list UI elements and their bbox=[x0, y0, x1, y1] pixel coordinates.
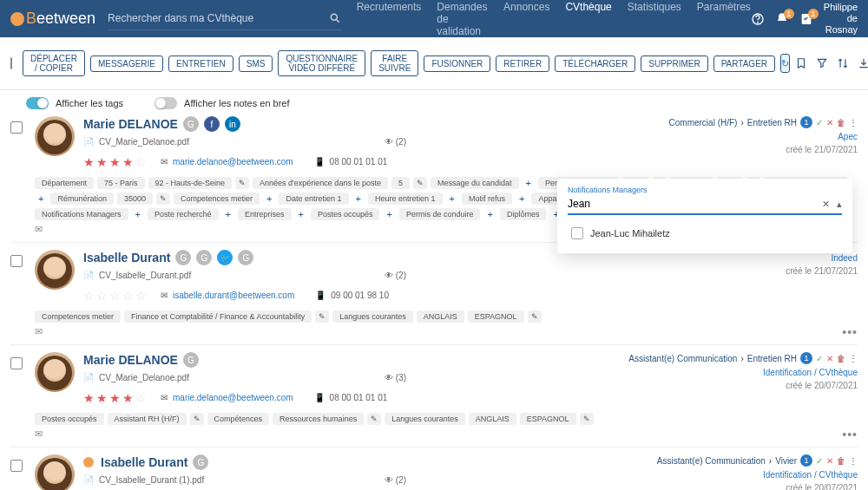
mail-outline-icon[interactable]: ✉ bbox=[10, 428, 43, 440]
edit-tag-icon[interactable]: ✎ bbox=[413, 177, 427, 189]
edit-tag-icon[interactable]: ✎ bbox=[580, 413, 594, 425]
email-link[interactable]: marie.delanoe@beetween.com bbox=[173, 157, 293, 167]
search-input[interactable]: Rechercher dans ma CVthèque bbox=[108, 7, 341, 30]
stage-link[interactable]: Entretien RH bbox=[747, 354, 797, 363]
tag-chip[interactable]: Permis de conduire bbox=[399, 208, 481, 220]
tag-chip[interactable]: Ressources humaines bbox=[273, 413, 364, 425]
job-link[interactable]: Commercial (H/F) bbox=[669, 118, 738, 127]
more-icon[interactable]: ⋮ bbox=[849, 354, 858, 363]
candidate-name[interactable]: Isabelle Durant bbox=[101, 455, 187, 469]
tag-chip[interactable]: ESPAGNOL bbox=[468, 310, 524, 323]
nav-recrutements[interactable]: Recrutements bbox=[357, 0, 422, 48]
accept-icon[interactable]: ✓ bbox=[816, 456, 823, 466]
facebook-icon[interactable]: f bbox=[204, 116, 220, 132]
row-checkbox[interactable] bbox=[10, 255, 23, 267]
tag-chip[interactable]: Motif refus bbox=[462, 193, 512, 205]
tag-chip[interactable]: Assistant RH (H/F) bbox=[108, 413, 187, 425]
btn-suivre[interactable]: FAIRE SUIVRE bbox=[371, 50, 418, 76]
btn-retirer[interactable]: RETIRER bbox=[496, 56, 549, 72]
btn-entretien[interactable]: ENTRETIEN bbox=[168, 56, 233, 72]
logo[interactable]: Beetween bbox=[10, 10, 95, 28]
tag-chip[interactable]: Langues courantes bbox=[385, 413, 465, 425]
tag-chip[interactable]: 75 - Paris bbox=[97, 177, 145, 189]
nav-cvtheque[interactable]: CVthèque bbox=[565, 0, 611, 48]
row-checkbox[interactable] bbox=[10, 121, 23, 134]
tag-chip[interactable]: Années d'expérience dans le poste bbox=[253, 177, 388, 189]
tag-chip[interactable]: Date entretien 1 bbox=[279, 193, 348, 205]
tag-chip[interactable]: Rémunération bbox=[50, 193, 114, 205]
add-tag-icon[interactable]: + bbox=[516, 193, 528, 204]
btn-video[interactable]: QUESTIONNAIRE VIDÉO DIFFÉRÉ bbox=[278, 50, 365, 76]
social-icon[interactable]: G bbox=[175, 250, 191, 265]
help-icon[interactable] bbox=[751, 12, 765, 26]
btn-deplacer[interactable]: DÉPLACER / COPIER bbox=[23, 50, 85, 76]
btn-supprimer[interactable]: SUPPRIMER bbox=[641, 56, 707, 72]
tag-chip[interactable]: Heure entretien 1 bbox=[368, 193, 443, 205]
stage-link[interactable]: Entretien RH bbox=[747, 118, 797, 127]
tag-chip[interactable]: Competences metier bbox=[174, 193, 260, 205]
tag-chip[interactable]: ANGLAIS bbox=[417, 310, 464, 323]
linkedin-icon[interactable]: in bbox=[225, 116, 240, 132]
clear-icon[interactable]: ✕ bbox=[822, 199, 830, 210]
source-link[interactable]: Identification / CVthèque bbox=[628, 368, 858, 377]
add-tag-icon[interactable]: + bbox=[132, 209, 144, 219]
nav-annonces[interactable]: Annonces bbox=[503, 0, 549, 48]
mail-outline-icon[interactable]: ✉ bbox=[10, 224, 43, 235]
add-tag-icon[interactable]: + bbox=[222, 209, 234, 219]
social-icon[interactable]: G bbox=[196, 250, 212, 265]
nav-stats[interactable]: Statistiques bbox=[628, 0, 681, 48]
dropdown-input[interactable] bbox=[568, 198, 822, 210]
accept-icon[interactable]: ✓ bbox=[816, 354, 823, 363]
delete-icon[interactable]: 🗑 bbox=[837, 456, 845, 466]
row-checkbox[interactable] bbox=[10, 357, 23, 369]
add-tag-icon[interactable]: + bbox=[352, 193, 365, 204]
email-link[interactable]: marie.delanoe@beetween.com bbox=[173, 393, 293, 402]
tag-chip[interactable]: 5 bbox=[391, 177, 410, 189]
btn-fusionner[interactable]: FUSIONNER bbox=[424, 56, 490, 72]
delete-icon[interactable]: 🗑 bbox=[837, 118, 845, 127]
tag-chip[interactable]: Message du candidat bbox=[431, 177, 519, 189]
tag-chip[interactable]: Postes occupés bbox=[35, 413, 104, 425]
add-tag-icon[interactable]: + bbox=[446, 193, 458, 204]
star-rating[interactable]: ★★★★☆ bbox=[83, 155, 147, 169]
candidate-name[interactable]: Isabelle Durant bbox=[83, 251, 170, 265]
tag-chip[interactable]: Competences metier bbox=[35, 310, 121, 323]
tag-chip[interactable]: Département bbox=[35, 177, 94, 189]
cv-filename[interactable]: CV_Marie_Delanoe.pdf bbox=[99, 137, 189, 147]
dropdown-option[interactable]: Jean-Luc Mihailetz bbox=[568, 220, 842, 246]
cv-filename[interactable]: CV_Marie_Delanoe.pdf bbox=[99, 373, 189, 382]
social-icon[interactable]: G bbox=[183, 352, 199, 368]
avatar[interactable] bbox=[35, 352, 75, 392]
tag-chip[interactable]: Langues courantes bbox=[332, 310, 413, 323]
accept-icon[interactable]: ✓ bbox=[816, 118, 823, 127]
avatar[interactable] bbox=[35, 250, 75, 290]
source-link[interactable]: Indeed bbox=[786, 253, 858, 263]
twitter-icon[interactable]: 🐦 bbox=[217, 250, 233, 265]
toggle-tags[interactable] bbox=[26, 97, 49, 109]
tag-chip[interactable]: Notifications Managers bbox=[35, 208, 128, 220]
sort-icon[interactable] bbox=[837, 57, 849, 69]
tag-chip[interactable]: Diplômes bbox=[500, 208, 547, 220]
filter-icon[interactable] bbox=[816, 57, 828, 69]
edit-tag-icon[interactable]: ✎ bbox=[367, 413, 381, 425]
more-icon[interactable]: ⋮ bbox=[849, 456, 858, 466]
tag-chip[interactable]: Compétences bbox=[207, 413, 270, 425]
tag-chip[interactable]: ESPAGNOL bbox=[520, 413, 576, 425]
star-rating[interactable]: ★★★★☆ bbox=[83, 391, 147, 405]
job-link[interactable]: Assistant(e) Communication bbox=[628, 354, 737, 363]
toggle-notes[interactable] bbox=[155, 97, 177, 109]
reject-icon[interactable]: ✕ bbox=[826, 354, 833, 363]
user-menu[interactable]: Philippe de Rosnay bbox=[824, 2, 858, 36]
add-tag-icon[interactable]: + bbox=[295, 209, 307, 219]
tag-chip[interactable]: Entreprises bbox=[238, 208, 292, 220]
star-rating[interactable]: ☆☆☆☆☆ bbox=[83, 289, 147, 303]
bookmark-icon[interactable] bbox=[795, 57, 807, 69]
download-icon[interactable] bbox=[858, 57, 868, 69]
cv-filename[interactable]: CV_Isabelle_Durant (1).pdf bbox=[99, 475, 204, 485]
tag-chip[interactable]: Postes occupés bbox=[311, 208, 380, 220]
row-more-icon[interactable]: ••• bbox=[842, 428, 858, 441]
edit-tag-icon[interactable]: ✎ bbox=[235, 177, 249, 189]
btn-partager[interactable]: PARTAGER bbox=[713, 56, 775, 72]
reject-icon[interactable]: ✕ bbox=[826, 118, 833, 127]
tag-chip[interactable]: Poste recherché bbox=[148, 208, 219, 220]
